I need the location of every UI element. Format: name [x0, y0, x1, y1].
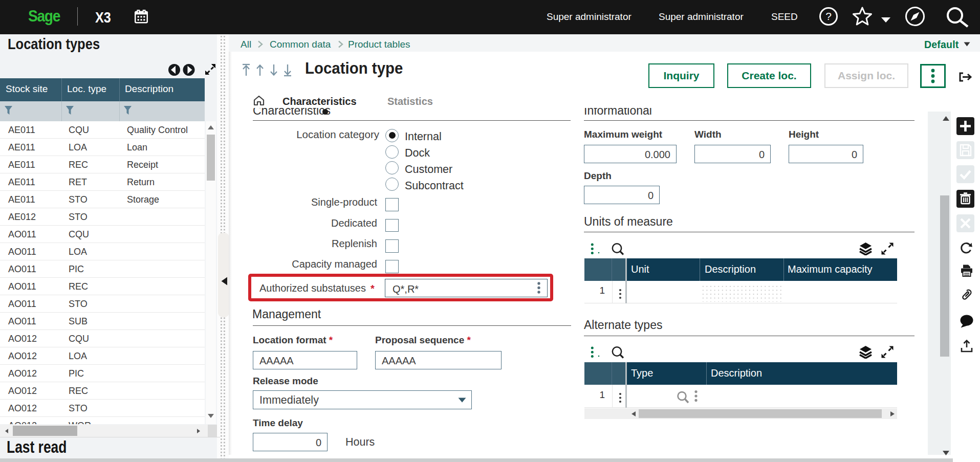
svg-text:?: ? — [825, 10, 832, 22]
